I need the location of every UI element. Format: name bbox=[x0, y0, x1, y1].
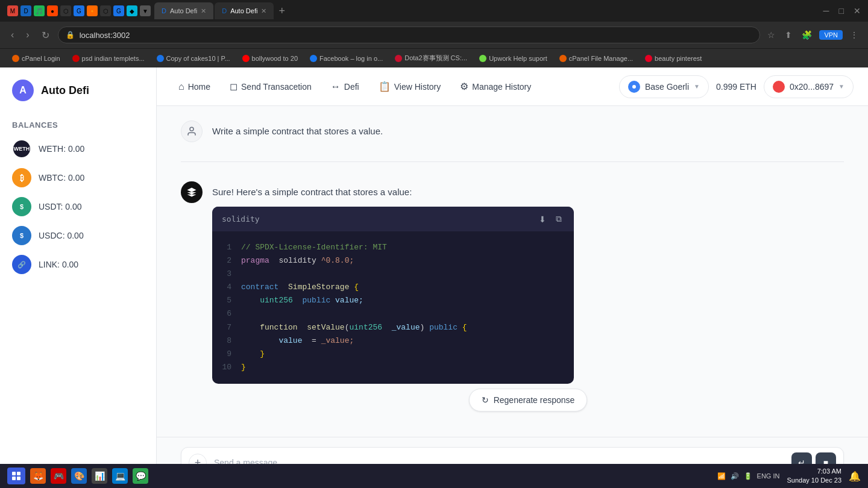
bookmark-cpanel-file[interactable]: cPanel File Manage... bbox=[555, 54, 638, 63]
taskbar-firefox-icon[interactable]: 🦊 bbox=[30, 468, 46, 484]
taskbar-chat-icon[interactable]: 💬 bbox=[133, 468, 148, 484]
lock-icon: 🔒 bbox=[66, 31, 75, 39]
wallet-chevron-icon: ▼ bbox=[838, 83, 844, 90]
balance-link: 🔗 LINK: 0.00 bbox=[12, 255, 144, 274]
taskbar-vscode-icon[interactable]: 💻 bbox=[112, 468, 128, 484]
new-tab-button[interactable]: + bbox=[275, 5, 289, 17]
tab-close-2[interactable]: ✕ bbox=[261, 7, 266, 15]
download-code-button[interactable]: ⬇ bbox=[536, 213, 549, 225]
send-icon: ◻ bbox=[230, 81, 237, 92]
minimize-button[interactable]: ─ bbox=[821, 4, 832, 18]
taskbar-music-icon[interactable]: 📊 bbox=[92, 468, 107, 484]
network-sys-icon: 📶 bbox=[717, 472, 726, 480]
forward-button[interactable]: › bbox=[22, 27, 33, 43]
url-bar[interactable]: 🔒 localhost:3002 bbox=[58, 27, 761, 43]
code-line-7: 7 function setValue(uint256 _value) publ… bbox=[222, 321, 564, 334]
code-header: solidity ⬇ ⧉ bbox=[212, 207, 574, 231]
menu-button[interactable]: ⋮ bbox=[848, 28, 861, 42]
wallet-icon bbox=[773, 81, 785, 93]
fav-10[interactable]: ▼ bbox=[140, 5, 151, 16]
fav-6[interactable]: 🔸 bbox=[87, 5, 98, 16]
star-button[interactable]: ☆ bbox=[765, 28, 778, 42]
code-line-10: 10 } bbox=[222, 361, 564, 374]
close-button[interactable]: ✕ bbox=[851, 4, 863, 18]
bookmark-icon bbox=[479, 55, 486, 62]
sidebar-brand: A Auto Defi bbox=[12, 80, 144, 101]
bookmark-pinterest[interactable]: beauty pinterest bbox=[640, 54, 706, 63]
user-message-text: Write a simple contract that stores a va… bbox=[212, 124, 844, 139]
code-lang-label: solidity bbox=[222, 214, 260, 224]
bookmark-icon bbox=[645, 55, 652, 62]
link-amount: LINK: 0.00 bbox=[39, 260, 78, 269]
browser-tab-bar: M D 🎵 ● ⬡ G 🔸 ⬡ G ◆ ▼ D Auto Defi ✕ D Au… bbox=[0, 0, 868, 22]
app-container: A Auto Defi Balances WETH WETH: 0.00 ₿ W… bbox=[0, 67, 868, 488]
usdc-icon: $ bbox=[12, 226, 31, 245]
battery-sys-icon: 🔋 bbox=[744, 472, 752, 480]
regenerate-icon: ↻ bbox=[482, 395, 489, 405]
network-selector[interactable]: Base Goerli ▼ bbox=[619, 75, 709, 98]
bookmark-icon bbox=[395, 55, 402, 62]
sidebar: A Auto Defi Balances WETH WETH: 0.00 ₿ W… bbox=[0, 67, 157, 488]
usdt-amount: USDT: 0.00 bbox=[39, 202, 82, 211]
bookmark-bollywood[interactable]: bollywood to 20 bbox=[237, 54, 303, 63]
manage-history-link[interactable]: ⚙ Manage History bbox=[453, 76, 538, 97]
taskbar-right: 📶 🔊 🔋 ENG IN 7:03 AM Sunday 10 Dec 23 🔔 bbox=[717, 467, 861, 486]
copy-code-button[interactable]: ⧉ bbox=[553, 213, 564, 225]
balances-title: Balances bbox=[12, 120, 144, 130]
fav-8[interactable]: G bbox=[113, 5, 124, 16]
balance-weth: WETH WETH: 0.00 bbox=[12, 139, 144, 158]
bookmark-cakes[interactable]: Copy of cakes10 | P... bbox=[152, 54, 235, 63]
fav-4[interactable]: ⬡ bbox=[60, 5, 71, 16]
regenerate-button[interactable]: ↻ Regenerate response bbox=[469, 389, 588, 411]
view-history-link[interactable]: 📋 View History bbox=[371, 76, 448, 97]
user-avatar bbox=[181, 120, 203, 142]
send-transaction-link[interactable]: ◻ Send Transacetion bbox=[222, 76, 319, 97]
fav-9[interactable]: ◆ bbox=[127, 5, 137, 16]
bookmark-icon bbox=[12, 55, 19, 62]
eth-amount: 0.999 ETH bbox=[716, 82, 756, 92]
bookmark-psd[interactable]: psd indian templets... bbox=[68, 54, 149, 63]
extensions-button[interactable]: 🧩 bbox=[799, 28, 814, 42]
share-button[interactable]: ⬆ bbox=[782, 28, 794, 42]
taskbar-app-icon[interactable]: 🎮 bbox=[51, 468, 66, 484]
fav-5[interactable]: G bbox=[74, 5, 84, 16]
nav-actions: ☆ ⬆ 🧩 VPN ⋮ bbox=[765, 28, 861, 42]
tab-active-2[interactable]: D Auto Defi ✕ bbox=[215, 2, 274, 19]
reload-button[interactable]: ↻ bbox=[38, 27, 53, 43]
bookmark-facebook[interactable]: Facebook – log in o... bbox=[305, 54, 388, 63]
usdc-amount: USDC: 0.00 bbox=[39, 231, 84, 240]
taskbar-ps-icon[interactable]: 🎨 bbox=[71, 468, 87, 484]
bookmark-cpanel[interactable]: cPanel Login bbox=[7, 54, 65, 63]
code-body: 1 // SPDX-License-Identifier: MIT 2 prag… bbox=[212, 231, 574, 384]
fav-2[interactable]: 🎵 bbox=[34, 5, 45, 16]
tab-inactive-1[interactable]: D Auto Defi ✕ bbox=[154, 2, 213, 19]
start-button[interactable] bbox=[7, 468, 25, 484]
nav-bar: ‹ › ↻ 🔒 localhost:3002 ☆ ⬆ 🧩 VPN ⋮ bbox=[0, 22, 868, 48]
defi-link[interactable]: ↔ Defi bbox=[324, 77, 366, 97]
ai-message: Sure! Here's a simple contract that stor… bbox=[181, 181, 844, 411]
main-content: ⌂ Home ◻ Send Transacetion ↔ Defi 📋 View… bbox=[157, 67, 868, 488]
maximize-button[interactable]: □ bbox=[837, 4, 846, 18]
brand-avatar: A bbox=[12, 80, 34, 101]
bookmark-dota[interactable]: Dota2赛事预测 CS:... bbox=[390, 52, 472, 64]
home-nav-link[interactable]: ⌂ Home bbox=[171, 77, 218, 97]
fav-gmail[interactable]: M bbox=[7, 5, 18, 16]
vpn-button[interactable]: VPN bbox=[819, 30, 843, 40]
network-chevron-icon: ▼ bbox=[694, 83, 700, 90]
fav-3[interactable]: ● bbox=[47, 5, 58, 16]
code-line-3: 3 bbox=[222, 267, 564, 281]
usdt-icon: $ bbox=[12, 197, 31, 216]
url-text: localhost:3002 bbox=[80, 31, 753, 40]
bookmark-upwork[interactable]: Upwork Help suport bbox=[474, 54, 552, 63]
code-line-1: 1 // SPDX-License-Identifier: MIT bbox=[222, 241, 564, 254]
fav-1[interactable]: D bbox=[20, 5, 31, 16]
notification-button[interactable]: 🔔 bbox=[849, 470, 861, 482]
fav-7[interactable]: ⬡ bbox=[100, 5, 111, 16]
ai-response-text: Sure! Here's a simple contract that stor… bbox=[212, 185, 844, 199]
code-actions: ⬇ ⧉ bbox=[536, 213, 564, 225]
weth-icon: WETH bbox=[12, 139, 31, 158]
back-button[interactable]: ‹ bbox=[7, 27, 17, 43]
history-icon: 📋 bbox=[379, 81, 391, 92]
wallet-selector[interactable]: 0x20...8697 ▼ bbox=[764, 75, 854, 98]
tab-close-1[interactable]: ✕ bbox=[201, 7, 206, 15]
